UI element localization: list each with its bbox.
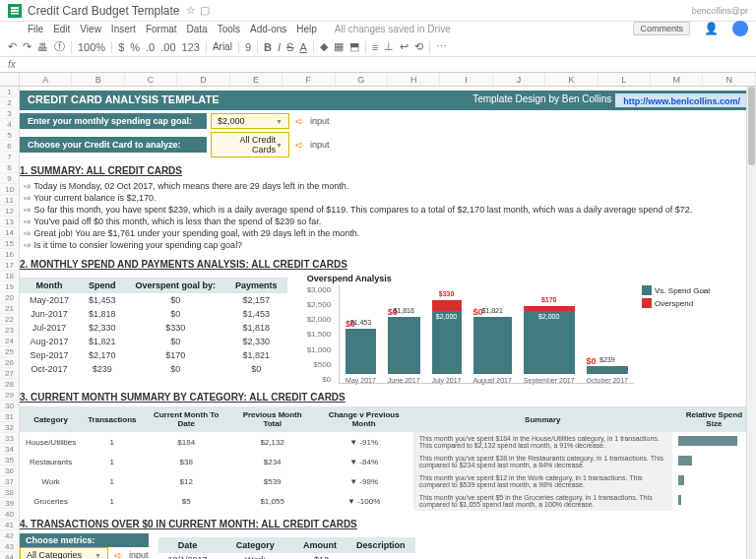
banner-link[interactable]: http://www.benlcollins.com/ [615, 93, 748, 107]
col-j[interactable]: J [493, 73, 545, 86]
bold-btn[interactable]: B [264, 41, 272, 53]
avatar[interactable] [732, 21, 748, 36]
spreadsheet-grid[interactable]: 1234567891011121314151617181920212223242… [0, 87, 756, 559]
menu-insert[interactable]: Insert [111, 24, 136, 34]
menu-help[interactable]: Help [296, 24, 317, 34]
valign-btn[interactable]: ⊥ [384, 40, 394, 53]
col-a[interactable]: A [20, 73, 72, 86]
row-header[interactable]: 10 [0, 184, 19, 195]
borders-btn[interactable]: ▦ [334, 40, 344, 53]
paintformat-icon[interactable]: ⓕ [54, 39, 65, 54]
row-header[interactable]: 19 [0, 281, 19, 292]
menu-view[interactable]: View [80, 24, 101, 34]
row-header[interactable]: 27 [0, 368, 19, 379]
numformat-btn[interactable]: 123 [182, 41, 200, 53]
col-i[interactable]: I [440, 73, 492, 86]
row-header[interactable]: 20 [0, 292, 19, 303]
row-header[interactable]: 44 [0, 552, 19, 559]
row-header[interactable]: 17 [0, 260, 19, 271]
font-select[interactable]: Arial [213, 41, 232, 52]
col-f[interactable]: F [283, 73, 335, 86]
wrap-btn[interactable]: ↩ [400, 40, 409, 53]
rotate-btn[interactable]: ⟲ [414, 40, 423, 53]
row-header[interactable]: 41 [0, 520, 19, 530]
row-header[interactable]: 6 [0, 141, 19, 152]
card-select-input[interactable]: All Credit Cards▼ [211, 132, 289, 157]
italic-btn[interactable]: I [278, 41, 281, 53]
zoom-select[interactable]: 100% [78, 41, 105, 53]
row-header[interactable]: 25 [0, 346, 19, 357]
textcolor-btn[interactable]: A [299, 41, 306, 53]
percent-btn[interactable]: % [130, 41, 140, 53]
row-header[interactable]: 37 [0, 476, 19, 487]
row-header[interactable]: 42 [0, 530, 19, 541]
row-header[interactable]: 13 [0, 217, 19, 227]
row-header[interactable]: 31 [0, 411, 19, 422]
row-header[interactable]: 40 [0, 509, 19, 520]
row-header[interactable]: 23 [0, 325, 19, 336]
menu-format[interactable]: Format [146, 24, 177, 34]
row-header[interactable]: 28 [0, 379, 19, 390]
row-header[interactable]: 38 [0, 487, 19, 498]
col-h[interactable]: H [388, 73, 440, 86]
share-icon[interactable]: 👤 [704, 22, 719, 35]
row-header[interactable]: 4 [0, 119, 19, 130]
col-c[interactable]: C [125, 73, 177, 86]
row-header[interactable]: 21 [0, 303, 19, 314]
menu-addons[interactable]: Add-ons [250, 24, 286, 34]
row-header[interactable]: 7 [0, 152, 19, 162]
col-n[interactable]: N [703, 73, 755, 86]
merge-btn[interactable]: ⬒ [349, 40, 359, 53]
menu-file[interactable]: File [28, 24, 43, 34]
currency-btn[interactable]: $ [118, 41, 124, 53]
spending-cap-input[interactable]: $2,000▼ [211, 113, 289, 129]
row-header[interactable]: 30 [0, 401, 19, 411]
row-header[interactable]: 5 [0, 130, 19, 141]
row-header[interactable]: 16 [0, 249, 19, 260]
col-l[interactable]: L [598, 73, 651, 86]
row-header[interactable]: 43 [0, 541, 19, 552]
row-header[interactable]: 32 [0, 422, 19, 433]
row-header[interactable]: 3 [0, 108, 19, 119]
row-header[interactable]: 14 [0, 227, 19, 238]
strike-btn[interactable]: S [286, 41, 293, 53]
row-header[interactable]: 15 [0, 238, 19, 249]
row-header[interactable]: 22 [0, 314, 19, 325]
row-header[interactable]: 29 [0, 390, 19, 401]
col-m[interactable]: M [651, 73, 703, 86]
fill-btn[interactable]: ◆ [320, 40, 328, 53]
row-header[interactable]: 36 [0, 466, 19, 476]
row-header[interactable]: 35 [0, 455, 19, 466]
col-e[interactable]: E [230, 73, 283, 86]
row-header[interactable]: 39 [0, 498, 19, 509]
row-header[interactable]: 8 [0, 162, 19, 173]
row-header[interactable]: 11 [0, 195, 19, 206]
row-header[interactable]: 12 [0, 206, 19, 217]
row-header[interactable]: 33 [0, 433, 19, 444]
row-header[interactable]: 18 [0, 271, 19, 281]
col-k[interactable]: K [545, 73, 598, 86]
fontsize-select[interactable]: 9 [245, 41, 251, 53]
more-icon[interactable]: ⋯ [436, 40, 447, 53]
row-header[interactable]: 26 [0, 357, 19, 368]
undo-icon[interactable]: ↶ [8, 40, 17, 53]
halign-btn[interactable]: ≡ [372, 41, 378, 53]
category-filter[interactable]: All Categories▼ [20, 547, 108, 559]
dec-btn[interactable]: .0 [146, 41, 155, 53]
print-icon[interactable]: 🖶 [37, 41, 48, 53]
folder-icon[interactable]: ▢ [200, 4, 210, 17]
col-d[interactable]: D [177, 73, 229, 86]
doc-title[interactable]: Credit Card Budget Template [28, 4, 180, 18]
row-header[interactable]: 34 [0, 444, 19, 455]
row-header[interactable]: 1 [0, 87, 19, 97]
menu-edit[interactable]: Edit [53, 24, 70, 34]
col-g[interactable]: G [336, 73, 388, 86]
star-icon[interactable]: ☆ [186, 4, 196, 17]
row-header[interactable]: 24 [0, 336, 19, 346]
row-header[interactable]: 9 [0, 173, 19, 184]
formula-bar[interactable]: fx [0, 57, 756, 73]
menu-data[interactable]: Data [187, 24, 208, 34]
row-header[interactable]: 2 [0, 97, 19, 108]
redo-icon[interactable]: ↷ [23, 40, 32, 53]
dec2-btn[interactable]: .00 [160, 41, 175, 53]
